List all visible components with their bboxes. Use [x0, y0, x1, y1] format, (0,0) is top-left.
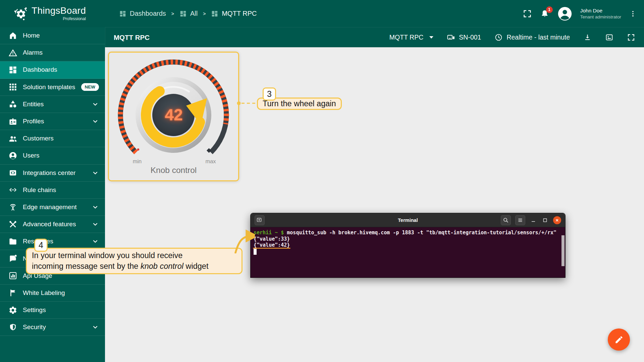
sidebar-item-security[interactable]: Security: [0, 319, 105, 336]
integrations-icon: [8, 168, 17, 177]
sidebar-item-profiles[interactable]: Profiles: [0, 113, 105, 130]
sidebar-item-integrations-center[interactable]: Integrations center: [0, 165, 105, 182]
sidebar-item-label: Dashboards: [23, 66, 57, 73]
sidebar-item-dashboards[interactable]: Dashboards: [0, 61, 105, 78]
annotation-underline: [253, 248, 290, 249]
alarms-icon: [8, 48, 17, 57]
knob-max-label: max: [200, 158, 221, 165]
sidebar-item-label: Users: [23, 152, 40, 159]
solution-templates-icon: [8, 82, 17, 92]
terminal-body: serhii ~ $mosquitto_sub -h broker.hivemq…: [251, 227, 565, 278]
new-tab-icon: [256, 217, 263, 224]
terminal-search-button[interactable]: [501, 215, 511, 225]
entities-icon: [8, 100, 17, 109]
sidebar-item-home[interactable]: Home: [0, 27, 105, 44]
step4-line1: In your terminal window you should recei…: [32, 250, 236, 261]
chevron-down-icon: [92, 323, 99, 331]
terminal-titlebar[interactable]: Terminal ×: [251, 213, 565, 227]
notifications-button[interactable]: 1: [540, 9, 549, 18]
fullscreen-button[interactable]: [523, 9, 532, 18]
breadcrumb-dashboards[interactable]: Dashboards: [119, 10, 166, 17]
knob-control-widget[interactable]: 42 min max Knob control: [108, 52, 239, 181]
terminal-maximize-button[interactable]: [541, 217, 549, 224]
header-actions: 1 John Doe Tenant administrator: [523, 6, 644, 21]
thingsboard-logo[interactable]: ThingsBoard Professional: [0, 6, 105, 21]
white-labeling-icon: [8, 288, 17, 297]
terminal-close-button[interactable]: ×: [553, 216, 561, 224]
settings-gear-icon: [8, 306, 17, 315]
device-entity-chip[interactable]: SN-001: [447, 33, 481, 42]
new-badge: NEW: [81, 83, 99, 91]
kebab-menu-icon[interactable]: [629, 9, 637, 18]
top-header: ThingsBoard Professional Dashboards > Al…: [0, 0, 644, 27]
breadcrumb-label: Dashboards: [130, 10, 166, 17]
sidebar-item-label: Rule chains: [23, 186, 56, 194]
sidebar-item-entities[interactable]: Entities: [0, 96, 105, 113]
chevron-down-icon: [92, 118, 99, 125]
sidebar-item-edge-management[interactable]: Edge management: [0, 199, 105, 216]
user-info[interactable]: John Doe Tenant administrator: [580, 8, 621, 19]
sidebar-item-label: Alarms: [23, 49, 43, 56]
sidebar-item-label: Profiles: [23, 118, 44, 125]
logo-subtitle: Professional: [32, 17, 86, 21]
chevron-down-icon: [92, 101, 99, 108]
terminal-prompt-line: serhii ~ $mosquitto_sub -h broker.hivemq…: [254, 230, 560, 236]
api-usage-icon: [8, 271, 17, 280]
sidebar-item-label: Customers: [23, 135, 54, 142]
export-button[interactable]: [583, 33, 592, 42]
sidebar-item-solution-templates[interactable]: Solution templates NEW: [0, 79, 105, 96]
device-name: SN-001: [459, 34, 481, 41]
avatar[interactable]: [557, 6, 572, 21]
sidebar-item-settings[interactable]: Settings: [0, 302, 105, 319]
breadcrumb-mqtt-rpc[interactable]: MQTT RPC: [211, 10, 257, 17]
sidebar-item-label: Edge management: [23, 203, 77, 211]
knob-min-label: min: [126, 158, 148, 165]
step4-curved-arrow: [227, 229, 255, 253]
terminal-menu-button[interactable]: [515, 215, 525, 225]
hamburger-menu-icon: [517, 217, 524, 224]
sidebar-item-customers[interactable]: Customers: [0, 130, 105, 147]
download-icon: [583, 33, 592, 42]
advanced-features-icon: [8, 220, 17, 229]
thingsboard-app: ThingsBoard Professional Dashboards > Al…: [0, 0, 644, 362]
dashboard-title: MQTT RPC: [114, 34, 150, 42]
state-select-label: MQTT RPC: [389, 34, 423, 41]
screenshot-button[interactable]: [605, 33, 613, 42]
edit-dashboard-fab[interactable]: [608, 328, 630, 351]
gear-bug-logo-icon: [13, 6, 28, 21]
terminal-window[interactable]: Terminal ×: [250, 213, 566, 278]
breadcrumb-all[interactable]: All: [179, 10, 198, 17]
security-shield-icon: [8, 323, 17, 332]
logo-title: ThingsBoard: [32, 6, 86, 15]
chevron-down-icon: [92, 221, 99, 228]
sidebar-item-label: Entities: [23, 101, 44, 108]
dashboard-state-select[interactable]: MQTT RPC: [389, 34, 433, 41]
sidebar-item-label: Integrations center: [23, 169, 75, 177]
max-pointer-diamond: [207, 148, 211, 153]
sidebar-item-rule-chains[interactable]: Rule chains: [0, 182, 105, 199]
breadcrumb-separator: >: [171, 11, 174, 16]
shell-prompt: serhii ~ $: [254, 230, 284, 236]
sidebar-item-alarms[interactable]: Alarms: [0, 44, 105, 61]
step4-callout: In your terminal window you should recei…: [26, 248, 243, 274]
dashboards-icon: [179, 10, 187, 17]
device-icon: [447, 33, 455, 42]
timewindow-button[interactable]: Realtime - last minute: [494, 33, 570, 42]
min-marker-dot: [137, 148, 139, 150]
timewindow-label: Realtime - last minute: [506, 34, 570, 41]
sidebar-item-white-labeling[interactable]: White Labeling: [0, 285, 105, 302]
step3-number-badge: 3: [263, 87, 276, 101]
dashboard-fullscreen-button[interactable]: [627, 33, 635, 42]
notification-count-badge: 1: [546, 6, 553, 13]
terminal-scrollbar-thumb[interactable]: [561, 235, 565, 266]
clock-icon: [494, 33, 503, 42]
sidebar-item-advanced-features[interactable]: Advanced features: [0, 216, 105, 233]
sidebar-item-label: Settings: [23, 306, 46, 314]
terminal-minimize-button[interactable]: [530, 217, 537, 224]
sidebar-item-users[interactable]: Users: [0, 147, 105, 164]
step3-connector-line: [236, 100, 260, 106]
breadcrumb-label: MQTT RPC: [222, 10, 257, 17]
terminal-output-line: {"value":42}: [254, 242, 560, 248]
terminal-new-tab-button[interactable]: [255, 215, 265, 225]
shell-command: mosquitto_sub -h broker.hivemq.com -p 18…: [287, 230, 556, 236]
